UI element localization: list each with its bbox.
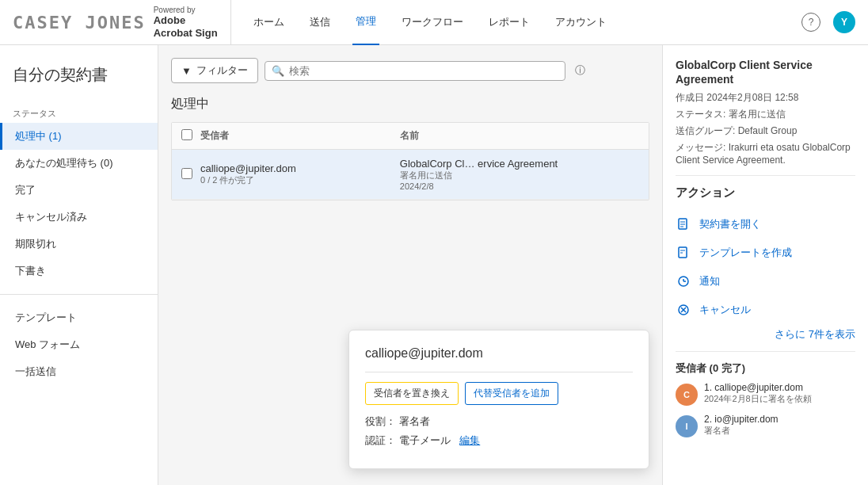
recipient-completion: 0 / 2 件が完了 — [200, 174, 400, 186]
col-recipient-header: 受信者 — [200, 129, 400, 143]
auth-value: 電子メール — [399, 434, 451, 446]
recipient-email-1: calliope@jupiter.dom — [714, 382, 803, 393]
filter-button[interactable]: ▼ フィルター — [171, 58, 258, 83]
recipient-name-1: 1. calliope@jupiter.dom — [704, 382, 812, 393]
rp-group-value: Default Group — [738, 125, 798, 136]
action-remind-label: 通知 — [699, 274, 720, 288]
filter-label: フィルター — [196, 63, 248, 78]
template-icon — [676, 245, 691, 261]
nav-report[interactable]: レポート — [485, 0, 533, 45]
toolbar: ▼ フィルター 🔍 ⓘ — [171, 58, 649, 83]
recipient-note-1: 2024年2月8日に署名を依頼 — [704, 393, 812, 405]
sidebar-item-cancelled[interactable]: キャンセル済み — [0, 204, 158, 231]
recipient-info: calliope@jupiter.dom 0 / 2 件が完了 — [200, 162, 400, 186]
action-remind[interactable]: 通知 — [676, 267, 855, 296]
col-name-header: 名前 — [400, 129, 639, 143]
sidebar-item-complete[interactable]: 完了 — [0, 177, 158, 204]
sidebar-item-expired[interactable]: 期限切れ — [0, 231, 158, 258]
content-area: ▼ フィルター 🔍 ⓘ 処理中 受信者 名前 — [158, 45, 662, 485]
action-template-label: テンプレートを作成 — [699, 246, 792, 260]
rp-message: メッセージ: Irakurri eta osatu GlobalCorp Cli… — [676, 141, 855, 166]
rp-status-label: ステータス: — [676, 109, 729, 120]
main-layout: 自分の契約書 ステータス 処理中 (1) あなたの処理待ち (0) 完了 キャン… — [0, 45, 868, 485]
rp-message-label: メッセージ: — [676, 142, 729, 153]
sidebar-item-template[interactable]: テンプレート — [0, 304, 158, 331]
nav-account[interactable]: アカウント — [552, 0, 610, 45]
recipient-email: calliope@jupiter.dom — [200, 162, 400, 174]
popup-role: 役割： 署名者 — [365, 414, 633, 429]
edit-link[interactable]: 編集 — [459, 434, 480, 446]
search-input[interactable] — [289, 65, 558, 77]
agreement-name: GlobalCorp Cl… ervice Agreement — [400, 158, 639, 170]
header-checkbox-col — [181, 129, 200, 143]
sidebar-item-webform[interactable]: Web フォーム — [0, 331, 158, 358]
clock-icon — [676, 273, 691, 289]
logo: CASEY JONES — [13, 13, 146, 32]
rp-divider-2 — [676, 351, 855, 352]
sidebar-item-in-progress[interactable]: 処理中 (1) — [0, 123, 158, 150]
nav-manage[interactable]: 管理 — [352, 0, 379, 45]
recipient-item-2: I 2. io@jupiter.dom 署名者 — [676, 414, 855, 437]
add-alternate-button[interactable]: 代替受信者を追加 — [465, 382, 558, 405]
rp-agreement-title: GlobalCorp Client Service Agreement — [676, 58, 855, 86]
recipient-popup: calliope@jupiter.dom 受信者を置き換え 代替受信者を追加 役… — [348, 330, 649, 469]
recipient-number-1: 1. — [704, 382, 712, 393]
recipient-item-1: C 1. calliope@jupiter.dom 2024年2月8日に署名を依… — [676, 382, 855, 406]
action-cancel-label: キャンセル — [699, 303, 751, 317]
help-icon[interactable]: ? — [801, 13, 820, 32]
popup-auth: 認証： 電子メール 編集 — [365, 433, 633, 448]
row-checkbox[interactable] — [181, 168, 192, 179]
recipient-role-2: 署名者 — [704, 425, 779, 437]
agreement-info: GlobalCorp Cl… ervice Agreement 署名用に送信 2… — [400, 158, 639, 191]
action-open-label: 契約書を開く — [699, 217, 761, 231]
search-box: 🔍 — [265, 61, 565, 81]
rp-actions-title: アクション — [676, 185, 855, 200]
cancel-icon — [676, 302, 691, 318]
select-all-checkbox[interactable] — [181, 129, 192, 140]
action-create-template[interactable]: テンプレートを作成 — [676, 239, 855, 267]
recipient-details-2: 2. io@jupiter.dom 署名者 — [704, 414, 779, 437]
sidebar-item-waiting[interactable]: あなたの処理待ち (0) — [0, 150, 158, 177]
recipient-details-1: 1. calliope@jupiter.dom 2024年2月8日に署名を依頼 — [704, 382, 812, 405]
row-checkbox-col — [181, 168, 200, 181]
replace-recipient-button[interactable]: 受信者を置き換え — [365, 382, 459, 405]
recipient-email-2: io@jupiter.dom — [714, 414, 778, 425]
powered-by-text: Powered by — [154, 6, 218, 14]
recipient-avatar-2: I — [676, 415, 698, 437]
header-right: ? Y — [801, 11, 855, 33]
nav-workflow[interactable]: ワークフロー — [398, 0, 466, 45]
auth-label: 認証： — [365, 434, 396, 446]
action-cancel[interactable]: キャンセル — [676, 296, 855, 324]
popup-actions: 受信者を置き換え 代替受信者を追加 — [365, 382, 633, 405]
show-more-link[interactable]: さらに 7件を表示 — [676, 327, 855, 342]
status-section-label: ステータス — [0, 98, 158, 123]
rp-divider-1 — [676, 175, 855, 176]
popup-divider — [365, 372, 633, 372]
main-nav: ホーム 送信 管理 ワークフロー レポート アカウント — [244, 0, 801, 45]
rp-recipients-title: 受信者 (0 完了) — [676, 361, 855, 376]
avatar[interactable]: Y — [833, 11, 855, 33]
action-open-agreement[interactable]: 契約書を開く — [676, 210, 855, 239]
adobe-sign-text: AdobeAcrobat Sign — [154, 14, 218, 39]
header: CASEY JONES Powered by AdobeAcrobat Sign… — [0, 0, 868, 45]
nav-send[interactable]: 送信 — [306, 0, 333, 45]
agreement-date: 2024/2/8 — [400, 181, 639, 191]
sidebar-divider — [0, 294, 158, 295]
recipient-number-2: 2. — [704, 414, 712, 425]
role-label: 役割： — [365, 415, 396, 427]
rp-group-label: 送信グループ: — [676, 125, 738, 136]
sidebar-item-bulk-send[interactable]: 一括送信 — [0, 358, 158, 385]
table-header: 受信者 名前 — [172, 123, 649, 150]
recipient-avatar-1: C — [676, 384, 698, 406]
recipient-avatar-icon-2: I — [685, 422, 687, 431]
powered-by-block: Powered by AdobeAcrobat Sign — [154, 6, 218, 39]
rp-status-value: 署名用に送信 — [729, 109, 786, 120]
nav-home[interactable]: ホーム — [250, 0, 287, 45]
agreement-status: 署名用に送信 — [400, 170, 639, 181]
popup-email: calliope@jupiter.dom — [365, 346, 633, 361]
agreements-table: 受信者 名前 calliope@jupiter.dom 0 / 2 件が完了 G… — [171, 122, 649, 200]
table-row[interactable]: calliope@jupiter.dom 0 / 2 件が完了 GlobalCo… — [172, 150, 649, 200]
recipient-name-2: 2. io@jupiter.dom — [704, 414, 779, 425]
sidebar-item-draft[interactable]: 下書き — [0, 258, 158, 285]
info-icon[interactable]: ⓘ — [575, 63, 585, 78]
